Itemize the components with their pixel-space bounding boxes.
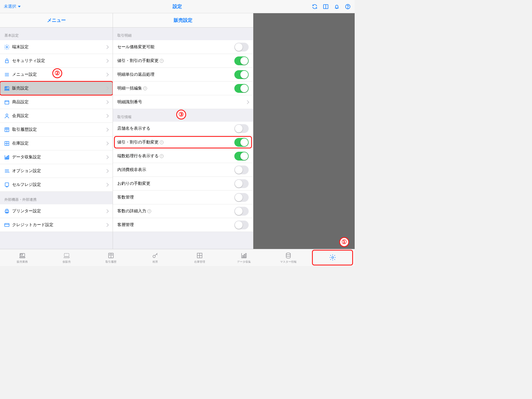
tab-販売業務[interactable]: 販売業務 [0, 249, 44, 266]
help-icon[interactable]: ? [160, 59, 164, 63]
toggle-switch[interactable] [234, 138, 249, 147]
gear-icon [329, 254, 336, 261]
menu-row-会員設定[interactable]: 会員設定 [0, 109, 113, 123]
toggle-switch[interactable] [234, 84, 249, 93]
setting-row-明細一括編集: 明細一括編集? [113, 82, 253, 95]
tab-マスター情報[interactable]: マスター情報 [266, 249, 310, 266]
setting-row-内消費税非表示: 内消費税非表示 [113, 163, 253, 177]
menu-row-商品設定[interactable]: 商品設定 [0, 95, 113, 109]
tab-在庫管理[interactable]: 在庫管理 [177, 249, 222, 266]
section-header: 外部機器・外部連携 [0, 192, 113, 204]
setting-row-label: 店舗名を表示する [117, 126, 234, 131]
setting-row-明細識別番号: 明細識別番号 [113, 95, 253, 109]
menu-row-取引履歴設定[interactable]: 取引履歴設定 [0, 123, 113, 137]
chevron-right-icon [245, 100, 249, 104]
svg-rect-40 [64, 253, 69, 256]
help-icon[interactable]: ? [160, 140, 164, 144]
help-icon[interactable] [345, 4, 351, 10]
bell-icon[interactable] [334, 4, 340, 10]
menu-row-販売設定[interactable]: 販売設定 ② [0, 82, 113, 95]
chevron-right-icon [105, 45, 109, 49]
detail-pane: 販売設定 取引明細セール価格変更可能値引・割引の手動変更?明細単位の返品処理明細… [113, 13, 253, 249]
tab-データ収集[interactable]: データ収集 [222, 249, 266, 266]
main-columns: メニュー 基本設定 端末設定 セキュリティ設定 メニュー設定 販売設定 ② 商品… [0, 13, 355, 249]
svg-rect-53 [244, 254, 245, 257]
menu-row-メニュー設定[interactable]: メニュー設定 [0, 68, 113, 82]
menu-row-在庫設定[interactable]: 在庫設定 [0, 137, 113, 150]
tab-仮販売[interactable]: 仮販売 [44, 249, 89, 266]
menu-row-label: 会員設定 [12, 113, 105, 118]
setting-row-label: 内消費税非表示 [117, 167, 234, 172]
chevron-right-icon [105, 114, 109, 118]
refresh-icon[interactable] [312, 4, 318, 10]
panel-icon[interactable] [323, 4, 329, 10]
toggle-switch[interactable] [234, 152, 249, 161]
book-icon [4, 127, 12, 133]
setting-row-客数管理: 客数管理 [113, 191, 253, 204]
toggle-switch[interactable] [234, 165, 249, 174]
chevron-right-icon [105, 59, 109, 63]
bottom-tab-bar: 販売業務 仮販売 取引履歴 精算 在庫管理 データ収集 マスター情報 ① [0, 249, 355, 266]
svg-point-14 [6, 114, 8, 116]
svg-rect-41 [64, 257, 69, 258]
toggle-switch[interactable] [234, 193, 249, 202]
tab-label: 精算 [153, 260, 158, 264]
menu-row-クレジットカード設定[interactable]: クレジットカード設定 [0, 218, 113, 232]
annotation-③: ③ [176, 110, 186, 120]
setting-row-客数の詳細入力: 客数の詳細入力? [113, 204, 253, 218]
tab-label: 取引履歴 [105, 260, 116, 264]
toggle-switch[interactable] [234, 43, 249, 51]
menu-row-label: クレジットカード設定 [12, 222, 105, 227]
setting-row-label: 明細一括編集? [117, 86, 234, 91]
toggle-switch[interactable] [234, 179, 249, 188]
menu-pane-header: メニュー [0, 13, 113, 28]
toggle-switch[interactable] [234, 70, 249, 79]
svg-rect-38 [20, 254, 23, 255]
menu-row-label: データ収集設定 [12, 154, 105, 160]
staff-selector[interactable]: 未選択 [4, 4, 21, 9]
svg-rect-52 [242, 256, 243, 257]
toggle-switch[interactable] [234, 207, 249, 216]
tab-精算[interactable]: 精算 [133, 249, 177, 266]
menu-row-label: 端末設定 [12, 44, 105, 50]
section-header: 基本設定 [0, 28, 113, 40]
tab-取引履歴[interactable]: 取引履歴 [89, 249, 133, 266]
section-header: 取引情報③ [113, 109, 253, 122]
setting-row-label: 客数の詳細入力? [117, 208, 234, 214]
setting-row-客層管理: 客層管理 [113, 218, 253, 232]
person-icon [4, 113, 12, 119]
help-icon[interactable]: ? [147, 209, 151, 213]
menu-row-セキュリティ設定[interactable]: セキュリティ設定 [0, 54, 113, 68]
tab-label: マスター情報 [280, 260, 297, 264]
options-icon: + [4, 168, 12, 174]
svg-point-56 [332, 256, 333, 258]
menu-pane: メニュー 基本設定 端末設定 セキュリティ設定 メニュー設定 販売設定 ② 商品… [0, 13, 113, 249]
setting-row-label: 客層管理 [117, 222, 234, 227]
lock-icon [4, 58, 12, 64]
setting-row-値引・割引の手動変更: 値引・割引の手動変更? [113, 54, 253, 68]
menu-row-データ収集設定[interactable]: データ収集設定 [0, 150, 113, 164]
toggle-switch[interactable] [234, 221, 249, 229]
menu-row-端末設定[interactable]: 端末設定 [0, 40, 113, 54]
svg-text:+: + [9, 171, 10, 174]
setting-row-お釣りの手動変更: お釣りの手動変更 [113, 177, 253, 191]
book-icon [107, 252, 115, 259]
menu-row-オプション設定[interactable]: + オプション設定 [0, 164, 113, 178]
chevron-right-icon [105, 141, 109, 145]
svg-point-3 [348, 7, 348, 8]
card-icon [4, 222, 12, 228]
chevron-right-icon [105, 155, 109, 159]
tab-label: 販売業務 [17, 260, 28, 264]
top-nav: 未選択 設定 [0, 0, 355, 13]
menu-row-プリンター設定[interactable]: プリンター設定 [0, 204, 113, 218]
toggle-switch[interactable] [234, 56, 249, 65]
menu-row-label: セキュリティ設定 [12, 58, 105, 63]
tab-gear[interactable]: ① [310, 249, 355, 266]
help-icon[interactable]: ? [160, 154, 164, 158]
toggle-switch[interactable] [234, 124, 249, 133]
grid-icon [196, 252, 203, 259]
help-icon[interactable]: ? [143, 86, 147, 90]
setting-row-label: 明細識別番号 [117, 99, 246, 105]
menu-row-セルフレジ設定[interactable]: セルフレジ設定 [0, 178, 113, 192]
svg-rect-31 [5, 183, 9, 186]
